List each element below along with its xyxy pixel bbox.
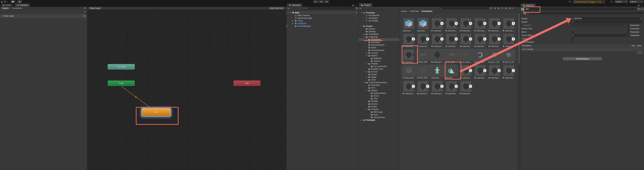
expander-icon[interactable]: ▶ [361, 119, 362, 121]
property-checkbox-write-defaults[interactable]: ✓ [572, 41, 574, 43]
parameter-checkbox-multiplier[interactable] [627, 24, 630, 27]
create-object-button[interactable]: +▾ [288, 7, 290, 9]
play-preview-button[interactable] [469, 37, 472, 41]
asset-thumbnail-shell[interactable] [475, 49, 486, 60]
breadcrumb-animations[interactable]: Animations [422, 10, 432, 12]
project-tree-item-assets[interactable]: ▼Assets [358, 25, 399, 27]
eye-icon[interactable] [84, 7, 86, 9]
asset-thumbnail-head[interactable] [432, 49, 442, 60]
expander-icon[interactable]: ▼ [364, 82, 365, 83]
asset-item[interactable]: head_back [402, 65, 416, 80]
play-preview-button[interactable] [483, 22, 486, 25]
sidebar-tab-layers[interactable]: Layers [1, 7, 10, 9]
asset-item[interactable]: EYE_DEF [474, 49, 487, 64]
project-tree-item-tutorialinfo[interactable]: ▶TutorialInfo [358, 33, 399, 36]
asset-item[interactable]: unitychan... [416, 33, 430, 48]
object-picker-icon[interactable]: ◎ [640, 17, 641, 20]
asset-item[interactable]: eye_L_old [488, 49, 502, 64]
asset-item[interactable]: unitychan... [431, 33, 444, 48]
project-tree-item-all-models[interactable]: All Models [358, 17, 399, 19]
project-tree-item-rocks[interactable]: Rocks [358, 94, 399, 97]
hierarchy-item-unitychan[interactable]: ▶unitychan› [286, 22, 358, 25]
filter-by-type-icon[interactable] [494, 7, 496, 9]
asset-item[interactable]: unitychan... [460, 33, 473, 48]
project-tree-item-packages[interactable]: ▶Packages [358, 119, 399, 121]
kebab-icon[interactable] [643, 8, 644, 10]
project-tree-item-animation[interactable]: Animation [358, 84, 399, 86]
kebab-icon[interactable] [356, 12, 357, 14]
property-field-speed[interactable]: 1 [572, 21, 642, 23]
asset-item[interactable]: unitychan... [431, 81, 444, 95]
play-preview-button[interactable] [454, 37, 458, 41]
open-search-window-button[interactable] [490, 7, 492, 9]
asset-thumbnail-hatch[interactable] [489, 49, 500, 60]
project-tree-item-license[interactable]: ▶License [358, 52, 399, 54]
expander-icon[interactable]: ▶ [364, 33, 364, 35]
expander-icon[interactable]: ▶ [292, 20, 293, 22]
transition-arrow[interactable] [87, 10, 286, 170]
asset-thumbnail-dots[interactable] [460, 49, 471, 60]
play-preview-button[interactable] [454, 85, 458, 88]
project-tree-item-terraingrass[interactable]: TerrainGrass [358, 116, 399, 119]
hierarchy-item-stage[interactable]: ▶Stage› [286, 19, 358, 22]
collapse-subassets-button[interactable] [412, 53, 416, 57]
layer-item-base-layer[interactable]: Base Layer ⚙ [0, 14, 87, 18]
asset-thumbnail-lash[interactable] [446, 49, 457, 60]
state-node-entry[interactable]: Entry [108, 81, 135, 86]
project-tree-item-scenes[interactable]: Scenes [358, 27, 399, 30]
asset-item[interactable]: Character... [431, 49, 444, 64]
state-node-any-state[interactable]: Any State [108, 64, 135, 70]
asset-thumbnail-wire[interactable] [403, 65, 414, 76]
tab-project[interactable]: Project [359, 3, 372, 7]
breadcrumb[interactable]: Base Layer [89, 7, 103, 9]
expander-icon[interactable]: ▼ [366, 90, 368, 91]
asset-item[interactable]: unitychan... [402, 81, 416, 95]
project-tree-item-documentation[interactable]: Documentation [358, 44, 399, 46]
project-tree-item-hakkenkoken[interactable]: HakkenKoken [358, 92, 399, 94]
tab-scene[interactable]: Scene [1, 3, 13, 7]
expander-icon[interactable]: ▼ [361, 25, 362, 27]
project-tree-item-unitychanadventure[interactable]: ▼UnityChanAdventure [358, 81, 399, 84]
asset-item[interactable]: unitychan... [502, 33, 516, 48]
project-tree-item-stage[interactable]: ▶Stage [358, 76, 399, 79]
property-field-cycle-offset[interactable]: 0 [572, 34, 626, 37]
asset-thumbnail-wisp[interactable] [418, 49, 428, 60]
asset-item[interactable]: unitychan... [488, 33, 502, 48]
star-icon[interactable] [505, 7, 507, 9]
project-search-input[interactable] [438, 7, 489, 9]
project-tree-item-rock[interactable]: Rock [358, 113, 399, 116]
asset-item[interactable]: WAIT00 [445, 65, 458, 80]
play-preview-button[interactable] [498, 69, 501, 72]
add-layer-button[interactable]: + [84, 10, 86, 13]
play-preview-button[interactable] [469, 22, 472, 25]
asset-item[interactable]: unitychan... [460, 18, 473, 32]
asset-thumbnail-fbx[interactable] [403, 18, 414, 29]
expander-icon[interactable]: ▶ [366, 76, 367, 78]
play-preview-button[interactable] [440, 37, 444, 41]
create-asset-button[interactable]: +▾ [360, 7, 362, 9]
expander-icon[interactable]: ▶ [292, 23, 293, 24]
asset-item[interactable]: unitychan... [416, 81, 430, 95]
asset-item[interactable]: unitychan_... [488, 18, 502, 32]
asset-item[interactable]: unitychan... [445, 81, 458, 95]
cloud-button[interactable] [10, 0, 16, 3]
open-search-window-button[interactable] [355, 7, 358, 9]
lock-icon[interactable] [352, 4, 354, 6]
tab-hierarchy[interactable]: Hierarchy [287, 3, 302, 7]
sidebar-tab-parameters[interactable]: Parameters [10, 7, 24, 9]
project-tree-item-textures[interactable]: ▼Textures [358, 108, 399, 111]
hierarchy-item-directional-light[interactable]: Directional Light [286, 17, 358, 19]
parameter-checkbox-cycle-offset[interactable] [627, 34, 630, 37]
project-tree-item-texture[interactable]: Texture [358, 60, 399, 62]
asset-item[interactable]: unitychan_... [474, 18, 487, 32]
state-node-exit[interactable]: Exit [233, 81, 260, 86]
asset-item[interactable]: unitychan... [474, 33, 487, 48]
gear-icon[interactable]: ⚙ [84, 15, 86, 17]
drag-handle-icon[interactable] [1, 16, 3, 16]
asset-item[interactable]: unitychan... [502, 65, 516, 80]
property-checkbox-foot-ik[interactable] [572, 38, 574, 40]
breadcrumb-unitychan[interactable]: UnityChan [410, 10, 419, 12]
tab-animator[interactable]: Animator [15, 3, 30, 7]
asset-thumbnail-hatch[interactable] [503, 49, 514, 60]
search-input[interactable]: All [302, 7, 355, 9]
